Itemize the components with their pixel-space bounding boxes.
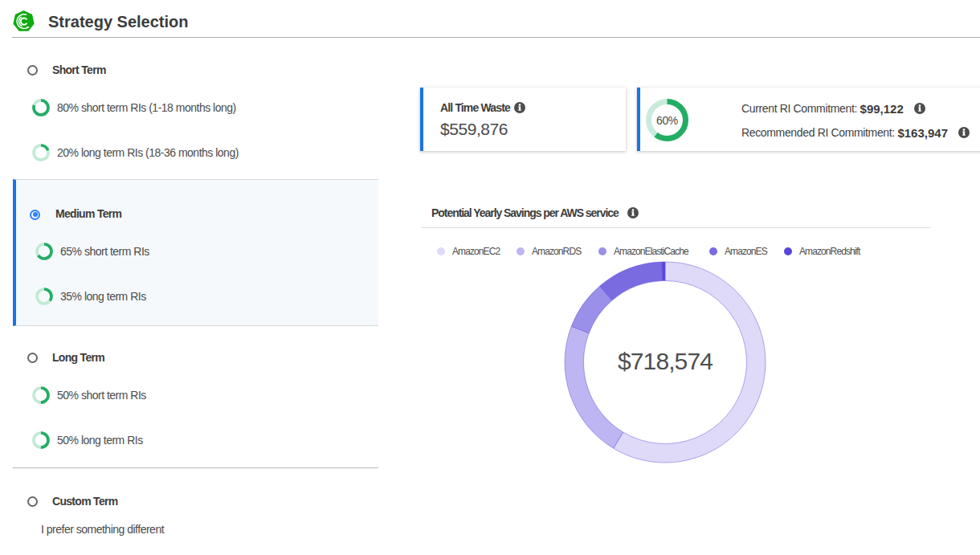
svg-text:$718,574: $718,574	[618, 348, 713, 374]
svg-text:60%: 60%	[656, 114, 678, 127]
